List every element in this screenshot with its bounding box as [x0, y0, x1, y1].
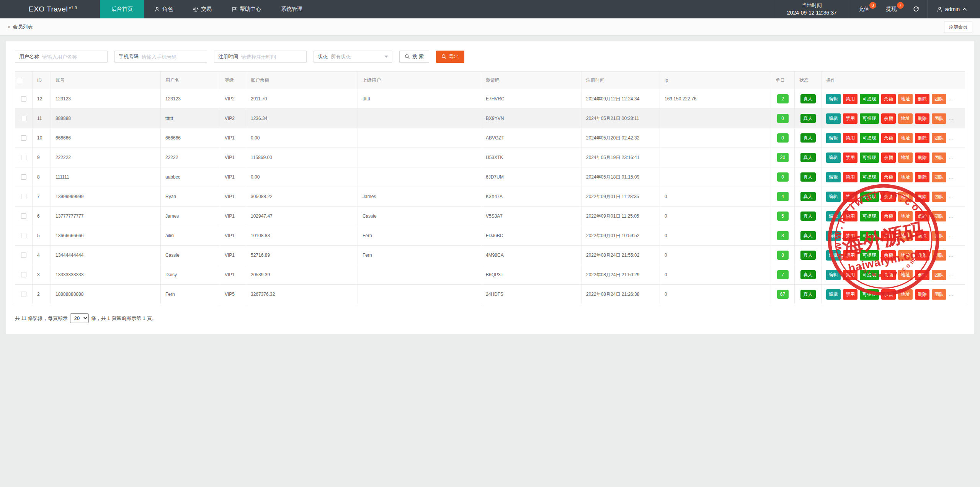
- action-button-5[interactable]: 删除: [915, 211, 929, 221]
- add-member-button[interactable]: 添加会员: [944, 21, 972, 33]
- action-button-4[interactable]: 地址: [898, 192, 913, 202]
- action-button-5[interactable]: 删除: [915, 231, 929, 241]
- action-button-6[interactable]: 团队: [932, 94, 946, 104]
- action-button-2[interactable]: 可提现: [860, 289, 879, 300]
- row-checkbox[interactable]: [21, 135, 26, 141]
- withdraw-link[interactable]: 提现 7: [878, 0, 905, 18]
- action-button-1[interactable]: 禁用: [843, 231, 858, 241]
- action-button-3[interactable]: 余额: [881, 270, 896, 280]
- more-actions-link[interactable]: ...: [949, 193, 954, 199]
- row-checkbox[interactable]: [21, 116, 26, 121]
- action-button-0[interactable]: 编辑: [826, 289, 841, 300]
- action-button-2[interactable]: 可提现: [860, 94, 879, 104]
- action-button-5[interactable]: 删除: [915, 289, 929, 300]
- action-button-0[interactable]: 编辑: [826, 231, 841, 241]
- more-actions-link[interactable]: ...: [949, 96, 954, 102]
- phone-input[interactable]: [142, 51, 207, 62]
- action-button-3[interactable]: 余额: [881, 133, 896, 143]
- action-button-2[interactable]: 可提现: [860, 133, 879, 143]
- row-checkbox[interactable]: [21, 253, 26, 258]
- more-actions-link[interactable]: ...: [949, 135, 954, 141]
- select-all-checkbox[interactable]: [17, 78, 22, 83]
- nav-item-3[interactable]: 帮助中心: [222, 0, 271, 18]
- row-checkbox[interactable]: [21, 272, 26, 277]
- action-button-4[interactable]: 地址: [898, 289, 913, 300]
- action-button-2[interactable]: 可提现: [860, 172, 879, 182]
- nav-item-4[interactable]: 系统管理: [271, 0, 312, 18]
- action-button-4[interactable]: 地址: [898, 211, 913, 221]
- action-button-6[interactable]: 团队: [932, 250, 946, 261]
- action-button-0[interactable]: 编辑: [826, 133, 841, 143]
- row-checkbox[interactable]: [21, 213, 26, 219]
- action-button-1[interactable]: 禁用: [843, 113, 858, 124]
- action-button-4[interactable]: 地址: [898, 133, 913, 143]
- action-button-1[interactable]: 禁用: [843, 211, 858, 221]
- action-button-3[interactable]: 余额: [881, 172, 896, 182]
- action-button-5[interactable]: 删除: [915, 113, 929, 124]
- action-button-3[interactable]: 余额: [881, 231, 896, 241]
- action-button-1[interactable]: 禁用: [843, 94, 858, 104]
- row-checkbox[interactable]: [21, 194, 26, 199]
- more-actions-link[interactable]: ...: [949, 174, 954, 180]
- action-button-6[interactable]: 团队: [932, 133, 946, 143]
- action-button-6[interactable]: 团队: [932, 113, 946, 124]
- action-button-1[interactable]: 禁用: [843, 192, 858, 202]
- action-button-3[interactable]: 余额: [881, 152, 896, 163]
- action-button-2[interactable]: 可提现: [860, 211, 879, 221]
- action-button-6[interactable]: 团队: [932, 231, 946, 241]
- more-actions-link[interactable]: ...: [949, 233, 954, 238]
- action-button-3[interactable]: 余额: [881, 113, 896, 124]
- action-button-4[interactable]: 地址: [898, 172, 913, 182]
- action-button-1[interactable]: 禁用: [843, 270, 858, 280]
- more-actions-link[interactable]: ...: [949, 291, 954, 297]
- more-actions-link[interactable]: ...: [949, 213, 954, 219]
- action-button-3[interactable]: 余额: [881, 192, 896, 202]
- action-button-4[interactable]: 地址: [898, 231, 913, 241]
- action-button-3[interactable]: 余额: [881, 250, 896, 261]
- more-actions-link[interactable]: ...: [949, 252, 954, 258]
- action-button-5[interactable]: 删除: [915, 152, 929, 163]
- action-button-4[interactable]: 地址: [898, 270, 913, 280]
- action-button-3[interactable]: 余额: [881, 94, 896, 104]
- search-button[interactable]: 搜 索: [399, 51, 429, 63]
- action-button-0[interactable]: 编辑: [826, 250, 841, 261]
- nav-item-1[interactable]: 角色: [144, 0, 183, 18]
- action-button-6[interactable]: 团队: [932, 289, 946, 300]
- action-button-4[interactable]: 地址: [898, 152, 913, 163]
- action-button-4[interactable]: 地址: [898, 113, 913, 124]
- action-button-2[interactable]: 可提现: [860, 270, 879, 280]
- row-checkbox[interactable]: [21, 292, 26, 297]
- action-button-4[interactable]: 地址: [898, 250, 913, 261]
- action-button-0[interactable]: 编辑: [826, 192, 841, 202]
- action-button-3[interactable]: 余额: [881, 289, 896, 300]
- export-button[interactable]: 导出: [436, 51, 464, 63]
- action-button-6[interactable]: 团队: [932, 211, 946, 221]
- action-button-0[interactable]: 编辑: [826, 211, 841, 221]
- action-button-1[interactable]: 禁用: [843, 133, 858, 143]
- user-menu[interactable]: admin: [927, 0, 980, 18]
- page-size-select[interactable]: 20: [70, 313, 89, 323]
- action-button-0[interactable]: 编辑: [826, 152, 841, 163]
- more-actions-link[interactable]: ...: [949, 272, 954, 277]
- action-button-3[interactable]: 余额: [881, 211, 896, 221]
- recharge-link[interactable]: 充值 0: [850, 0, 878, 18]
- nav-item-0[interactable]: 后台首页: [100, 0, 144, 18]
- action-button-6[interactable]: 团队: [932, 270, 946, 280]
- action-button-5[interactable]: 删除: [915, 172, 929, 182]
- action-button-6[interactable]: 团队: [932, 172, 946, 182]
- action-button-5[interactable]: 删除: [915, 250, 929, 261]
- action-button-6[interactable]: 团队: [932, 192, 946, 202]
- action-button-2[interactable]: 可提现: [860, 152, 879, 163]
- more-actions-link[interactable]: ...: [949, 154, 954, 160]
- row-checkbox[interactable]: [21, 233, 26, 238]
- action-button-6[interactable]: 团队: [932, 152, 946, 163]
- status-select[interactable]: 所有状态: [331, 51, 392, 62]
- more-actions-link[interactable]: ...: [949, 115, 954, 121]
- username-input[interactable]: [42, 51, 107, 62]
- action-button-0[interactable]: 编辑: [826, 172, 841, 182]
- action-button-4[interactable]: 地址: [898, 94, 913, 104]
- action-button-5[interactable]: 删除: [915, 192, 929, 202]
- action-button-5[interactable]: 删除: [915, 133, 929, 143]
- action-button-1[interactable]: 禁用: [843, 250, 858, 261]
- action-button-2[interactable]: 可提现: [860, 231, 879, 241]
